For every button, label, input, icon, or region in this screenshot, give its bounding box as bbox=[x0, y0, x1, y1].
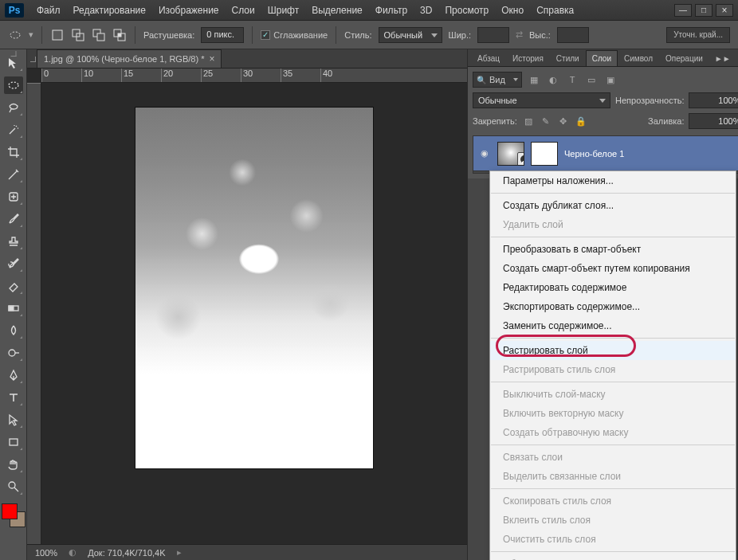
history-brush-tool-icon[interactable] bbox=[4, 255, 23, 272]
panel-tab[interactable]: Абзац bbox=[471, 50, 506, 66]
canvas-viewport[interactable] bbox=[41, 83, 467, 544]
tool-palette bbox=[0, 49, 27, 560]
close-tab-icon[interactable]: × bbox=[209, 53, 214, 65]
context-menu-item: Вклеить стиль слоя bbox=[490, 511, 736, 530]
canvas[interactable] bbox=[135, 107, 374, 469]
context-menu-item[interactable]: Создать смарт-объект путем копирования bbox=[490, 259, 736, 278]
selection-intersect-icon[interactable] bbox=[112, 28, 127, 42]
marquee-tool-icon[interactable] bbox=[4, 76, 23, 94]
close-button[interactable]: × bbox=[716, 4, 733, 17]
layer-mask-thumbnail[interactable] bbox=[531, 142, 558, 166]
panel-tab[interactable]: История bbox=[506, 50, 550, 66]
opacity-input[interactable]: 100% bbox=[689, 92, 738, 108]
menu-слои[interactable]: Слои bbox=[226, 2, 261, 19]
magic-wand-tool-icon[interactable] bbox=[4, 121, 23, 139]
zoom-level[interactable]: 100% bbox=[35, 548, 57, 558]
lock-position-icon[interactable]: ✥ bbox=[557, 115, 570, 127]
filter-shape-icon[interactable]: ▭ bbox=[584, 72, 599, 87]
filter-pixel-icon[interactable]: ▦ bbox=[527, 72, 541, 87]
color-swatches[interactable] bbox=[2, 503, 26, 527]
context-menu-item[interactable]: Растрировать слой bbox=[490, 341, 736, 360]
zoom-tool-icon[interactable] bbox=[4, 478, 23, 495]
menu-файл[interactable]: Файл bbox=[30, 2, 67, 19]
layers-panel: 🔍 Вид ▦ ◐ T ▭ ▣ Обычные Непрозрачность: … bbox=[468, 67, 738, 178]
move-tool-icon[interactable] bbox=[4, 54, 23, 72]
hand-tool-icon[interactable] bbox=[4, 456, 23, 473]
lock-transparency-icon[interactable]: ▨ bbox=[522, 115, 535, 127]
blur-tool-icon[interactable] bbox=[4, 322, 23, 339]
menu-редактирование[interactable]: Редактирование bbox=[67, 2, 152, 19]
healing-brush-tool-icon[interactable] bbox=[4, 188, 23, 206]
menu-шрифт[interactable]: Шрифт bbox=[261, 2, 305, 19]
fill-input[interactable]: 100% bbox=[689, 113, 738, 129]
gradient-tool-icon[interactable] bbox=[4, 300, 23, 317]
menu-3d[interactable]: 3D bbox=[414, 2, 438, 19]
selection-add-icon[interactable] bbox=[71, 28, 85, 42]
context-menu-item: Скопировать стиль слоя bbox=[490, 491, 736, 511]
dodge-tool-icon[interactable] bbox=[4, 344, 23, 362]
menu-изображение[interactable]: Изображение bbox=[152, 2, 226, 19]
context-menu-item[interactable]: Заменить содержимое... bbox=[490, 316, 736, 335]
eyedropper-tool-icon[interactable] bbox=[4, 166, 23, 183]
minimize-button[interactable]: — bbox=[674, 4, 692, 17]
antialias-label: Сглаживание bbox=[273, 30, 328, 40]
foreground-color-swatch[interactable] bbox=[2, 503, 18, 519]
context-menu-item[interactable]: Экспортировать содержимое... bbox=[490, 297, 736, 316]
lasso-tool-icon[interactable] bbox=[4, 99, 23, 116]
filter-smart-icon[interactable]: ▣ bbox=[603, 72, 618, 87]
context-menu-item[interactable]: Преобразовать в смарт-объект bbox=[490, 240, 736, 259]
brush-tool-icon[interactable] bbox=[4, 210, 23, 228]
menu-фильтр[interactable]: Фильтр bbox=[369, 2, 414, 19]
document-tab[interactable]: 1.jpg @ 100% (Черно-белое 1, RGB/8) * × bbox=[37, 49, 222, 68]
filter-adjustment-icon[interactable]: ◐ bbox=[546, 72, 560, 87]
style-select[interactable]: Обычный bbox=[379, 27, 442, 43]
document-size: Док: 710,4K/710,4K bbox=[88, 548, 165, 558]
menu-справка[interactable]: Справка bbox=[530, 2, 580, 19]
panel-expand-icon[interactable]: ►► bbox=[709, 50, 736, 66]
feather-input[interactable]: 0 пикс. bbox=[201, 27, 244, 43]
lock-all-icon[interactable]: 🔒 bbox=[575, 115, 587, 127]
panel-tab[interactable]: Операции bbox=[659, 50, 709, 66]
context-menu-item[interactable]: Параметры наложения... bbox=[490, 171, 736, 190]
maximize-button[interactable]: □ bbox=[695, 4, 712, 17]
antialias-checkbox[interactable]: ✓ Сглаживание bbox=[261, 30, 328, 40]
panel-tab[interactable]: Стили bbox=[550, 50, 586, 66]
swap-icon[interactable]: ⇄ bbox=[516, 29, 523, 40]
context-menu-item[interactable]: Создать дубликат слоя... bbox=[490, 196, 736, 215]
menu-просмотр[interactable]: Просмотр bbox=[438, 2, 495, 19]
marquee-tool-icon[interactable] bbox=[8, 28, 22, 42]
width-label: Шир.: bbox=[449, 30, 471, 40]
lock-image-icon[interactable]: ✎ bbox=[540, 115, 552, 127]
layer-thumbnail[interactable] bbox=[497, 142, 524, 166]
context-menu-item[interactable]: Редактировать содержимое bbox=[490, 278, 736, 297]
layer-name[interactable]: Черно-белое 1 bbox=[564, 149, 624, 159]
document-tabs: 1.jpg @ 100% (Черно-белое 1, RGB/8) * × bbox=[27, 49, 467, 69]
pen-tool-icon[interactable] bbox=[4, 366, 23, 384]
width-input[interactable] bbox=[477, 27, 509, 43]
canvas-image bbox=[135, 108, 373, 468]
type-tool-icon[interactable] bbox=[4, 389, 23, 406]
rectangle-tool-icon[interactable] bbox=[4, 433, 23, 451]
stamp-tool-icon[interactable] bbox=[4, 233, 23, 250]
selection-subtract-icon[interactable] bbox=[92, 28, 106, 42]
context-menu-item: Включить векторную маску bbox=[490, 404, 736, 423]
path-selection-tool-icon[interactable] bbox=[4, 411, 23, 429]
panel-tab-active[interactable]: Слои bbox=[586, 50, 618, 66]
eraser-tool-icon[interactable] bbox=[4, 277, 23, 295]
panel-tab[interactable]: Символ bbox=[618, 50, 659, 66]
menu-выделение[interactable]: Выделение bbox=[305, 2, 369, 19]
visibility-eye-icon[interactable]: ◉ bbox=[478, 147, 491, 160]
height-input[interactable] bbox=[557, 27, 589, 43]
layer-filter-kind-select[interactable]: 🔍 Вид bbox=[473, 72, 522, 88]
menu-окно[interactable]: Окно bbox=[495, 2, 530, 19]
filter-type-icon[interactable]: T bbox=[565, 72, 579, 87]
refine-edge-button[interactable]: Уточн. край... bbox=[666, 27, 730, 43]
height-label: Выс.: bbox=[529, 30, 551, 40]
svg-rect-1 bbox=[53, 30, 62, 40]
selection-new-icon[interactable] bbox=[50, 28, 65, 42]
layer-context-menu[interactable]: Параметры наложения...Создать дубликат с… bbox=[489, 170, 736, 560]
blend-mode-select[interactable]: Обычные bbox=[473, 92, 610, 108]
layer-row[interactable]: ◉ Черно-белое 1 bbox=[473, 136, 738, 171]
svg-rect-12 bbox=[9, 306, 14, 311]
crop-tool-icon[interactable] bbox=[4, 143, 23, 161]
